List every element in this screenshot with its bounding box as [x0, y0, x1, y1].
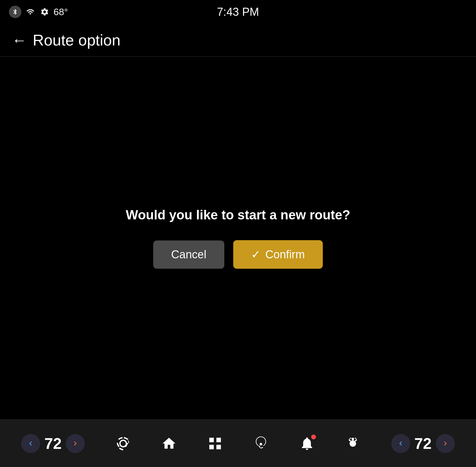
bottom-nav: 72 [0, 419, 476, 467]
notification-dot [311, 435, 316, 439]
header: ← Route option [0, 24, 476, 56]
status-temperature: 68° [54, 7, 68, 18]
left-temp-decrement[interactable] [21, 434, 40, 453]
confirm-button[interactable]: ✓ Confirm [233, 240, 323, 269]
status-time: 7:43 PM [217, 6, 259, 18]
right-temp-value: 72 [413, 435, 433, 452]
dialog-question: Would you like to start a new route? [126, 207, 350, 222]
cancel-button[interactable]: Cancel [153, 240, 224, 269]
page-title: Route option [33, 31, 120, 49]
right-temp-increment[interactable] [436, 434, 455, 453]
nav-fan-heat[interactable] [115, 436, 131, 451]
main-content: Would you like to start a new route? Can… [0, 57, 476, 419]
signal-icon [25, 7, 36, 17]
status-left: 68° [9, 6, 68, 18]
settings-icon [39, 7, 50, 17]
nav-notification[interactable] [299, 436, 315, 451]
dialog-buttons: Cancel ✓ Confirm [153, 240, 322, 269]
nav-home[interactable] [161, 436, 177, 451]
check-icon: ✓ [251, 248, 261, 261]
nav-fan[interactable] [253, 436, 269, 451]
left-temp-value: 72 [43, 435, 63, 452]
left-temp-increment[interactable] [66, 434, 85, 453]
back-button[interactable]: ← [12, 33, 27, 48]
status-bar: 68° 7:43 PM [0, 0, 476, 24]
left-temp-control: 72 [21, 434, 85, 453]
right-temp-decrement[interactable] [391, 434, 410, 453]
bluetooth-icon [9, 6, 21, 18]
confirm-label: Confirm [265, 248, 305, 261]
nav-grid[interactable] [207, 436, 223, 451]
right-temp-control: 72 [391, 434, 455, 453]
nav-heated-seat[interactable] [345, 436, 361, 451]
